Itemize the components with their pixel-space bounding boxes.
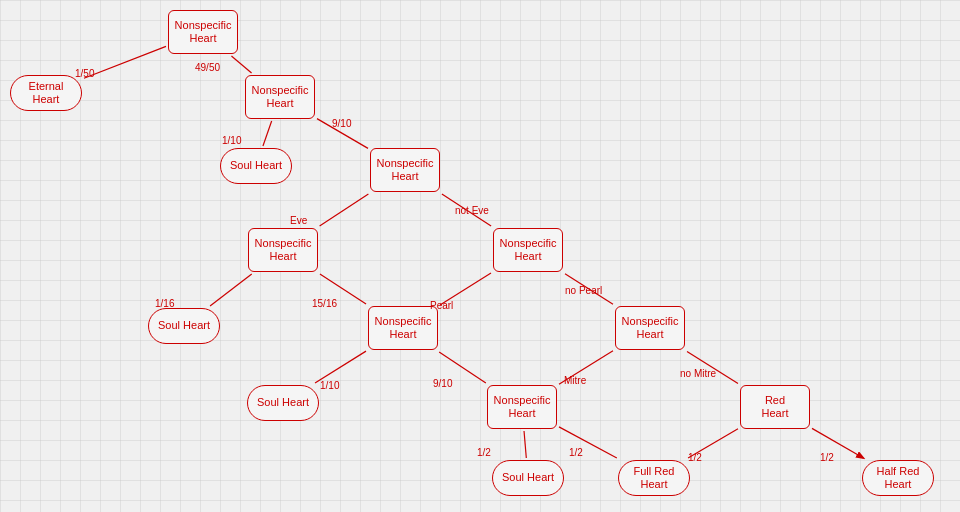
node-n14: Soul Heart [492,460,564,496]
arrows-svg [0,0,960,512]
node-n2: EternalHeart [10,75,82,111]
edge-label-n3-n4: 1/10 [222,135,241,146]
diagram: NonspecificHeartEternalHeartNonspecificH… [0,0,960,512]
node-n3: NonspecificHeart [245,75,315,119]
node-n15: Full RedHeart [618,460,690,496]
edge-label-n12-n14: 1/2 [477,447,491,458]
edge-label-n1-n3: 49/50 [195,62,220,73]
edge-label-n9-n11: 1/10 [320,380,339,391]
node-n1: NonspecificHeart [168,10,238,54]
edge-label-n6-n8: 1/16 [155,298,174,309]
edge-label-n9-n12: 9/10 [433,378,452,389]
edge-label-n1-n2: 1/50 [75,68,94,79]
node-n13: RedHeart [740,385,810,429]
node-n10: NonspecificHeart [615,306,685,350]
edge-label-n3-n5: 9/10 [332,118,351,129]
node-n11: Soul Heart [247,385,319,421]
node-n8: Soul Heart [148,308,220,344]
edge-label-n10-n13: no Mitre [680,368,716,379]
node-n12: NonspecificHeart [487,385,557,429]
edge-label-n7-n10: no Pearl [565,285,602,296]
node-n5: NonspecificHeart [370,148,440,192]
edge-label-n13-n16: 1/2 [820,452,834,463]
edge-label-n7-n9: Pearl [430,300,453,311]
edge-label-n10-n12: Mitre [564,375,586,386]
node-n16: Half RedHeart [862,460,934,496]
node-n6: NonspecificHeart [248,228,318,272]
edge-label-n6-n9: 15/16 [312,298,337,309]
node-n4: Soul Heart [220,148,292,184]
edge-label-n13-n15: 1/2 [688,452,702,463]
edge-label-n5-n6: Eve [290,215,307,226]
edge-label-n12-n15: 1/2 [569,447,583,458]
edge-label-n5-n7: not Eve [455,205,489,216]
node-n9: NonspecificHeart [368,306,438,350]
node-n7: NonspecificHeart [493,228,563,272]
